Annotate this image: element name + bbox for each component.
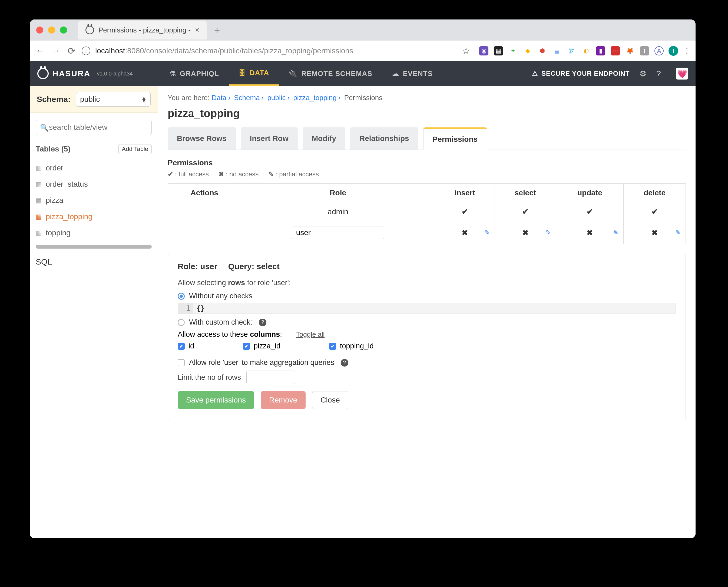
user-update-cell[interactable]: ✖✎: [556, 221, 624, 244]
pencil-icon[interactable]: ✎: [484, 229, 490, 236]
chrome-menu-icon[interactable]: ⋮: [683, 46, 691, 55]
extension-icon[interactable]: 🕊: [567, 46, 576, 55]
save-permissions-button[interactable]: Save permissions: [178, 391, 254, 409]
heart-button[interactable]: 💗: [676, 68, 688, 79]
pencil-icon[interactable]: ✎: [545, 229, 551, 236]
table-tabs: Browse Rows Insert Row Modify Relationsh…: [168, 127, 686, 150]
th-update: update: [556, 184, 624, 202]
help-icon[interactable]: ?: [341, 359, 348, 367]
radio-icon: [178, 293, 185, 300]
extension-icon[interactable]: ▤: [552, 46, 561, 55]
pencil-icon[interactable]: ✎: [613, 229, 618, 236]
pencil-icon[interactable]: ✎: [675, 229, 681, 236]
tab-modify[interactable]: Modify: [302, 127, 345, 149]
th-actions: Actions: [168, 184, 241, 202]
table-label: order_status: [46, 180, 88, 189]
extension-icon[interactable]: ⬢: [538, 46, 547, 55]
user-delete-cell[interactable]: ✖✎: [624, 221, 686, 244]
permission-editor-panel: Role: user Query: select Allow selecting…: [168, 254, 686, 420]
role-input[interactable]: [292, 226, 384, 239]
nav-graphiql[interactable]: ⚗GRAPHIQL: [160, 61, 229, 86]
site-info-icon[interactable]: i: [82, 47, 90, 55]
tab-browse-rows[interactable]: Browse Rows: [168, 127, 236, 149]
table-item-order-status[interactable]: ▦order_status: [36, 176, 152, 192]
toggle-all-link[interactable]: Toggle all: [296, 331, 325, 338]
role-row-user: ✖✎ ✖✎ ✖✎ ✖✎: [168, 221, 686, 244]
role-cell-user: [241, 221, 435, 244]
add-table-button[interactable]: Add Table: [118, 144, 152, 154]
table-item-pizza[interactable]: ▦pizza: [36, 192, 152, 209]
crumb-public[interactable]: public: [267, 94, 286, 102]
minimize-window[interactable]: [48, 26, 55, 33]
extension-icon[interactable]: T: [640, 46, 649, 55]
table-item-topping[interactable]: ▦topping: [36, 225, 152, 241]
tab-relationships[interactable]: Relationships: [350, 127, 418, 149]
checkbox-icon: ✔: [178, 343, 185, 350]
col-check-pizza-id[interactable]: ✔pizza_id: [243, 342, 281, 350]
close-window[interactable]: [36, 26, 43, 33]
tab-insert-row[interactable]: Insert Row: [241, 127, 298, 149]
role-cell-admin: admin: [241, 202, 435, 221]
extension-icon[interactable]: A: [654, 46, 664, 55]
radio-without-checks[interactable]: Without any checks: [178, 292, 676, 300]
user-insert-cell[interactable]: ✖✎: [435, 221, 494, 244]
settings-icon[interactable]: ⚙: [639, 69, 647, 78]
remove-button[interactable]: Remove: [261, 391, 306, 409]
search-input[interactable]: [36, 120, 152, 135]
address-bar[interactable]: localhost:8080/console/data/schema/publi…: [95, 47, 457, 55]
nav-data[interactable]: 🗄DATA: [229, 61, 279, 86]
x-icon: ✖: [522, 229, 528, 237]
flask-icon: ⚗: [170, 70, 176, 78]
select-arrows-icon: ▲▼: [141, 97, 147, 102]
maximize-window[interactable]: [60, 26, 67, 33]
sql-link[interactable]: SQL: [30, 254, 157, 270]
user-select-cell[interactable]: ✖✎: [494, 221, 556, 244]
cloud-icon: ☁: [392, 70, 399, 78]
close-button[interactable]: Close: [312, 391, 348, 409]
extension-icon[interactable]: ◐: [581, 46, 591, 55]
allow-columns-row: Allow access to these columns: Toggle al…: [178, 330, 676, 339]
admin-update-full: ✔: [556, 202, 624, 221]
browser-tab[interactable]: Permissions - pizza_topping - ×: [78, 21, 207, 40]
table-item-pizza-topping[interactable]: ▦pizza_topping: [36, 209, 152, 225]
crumb-schema[interactable]: Schema: [234, 94, 260, 102]
back-button[interactable]: ←: [34, 45, 45, 56]
legend-partial: : partial access: [275, 170, 319, 178]
hasura-logo[interactable]: HASURA v1.0.0-alpha34: [37, 68, 133, 79]
x-icon: ✖: [462, 229, 468, 237]
limit-input[interactable]: [246, 371, 295, 384]
extension-icon[interactable]: ▮: [596, 46, 605, 55]
aggregation-checkbox[interactable]: ✔ Allow role 'user' to make aggregation …: [178, 358, 676, 367]
radio-custom-check[interactable]: With custom check: ?: [178, 318, 676, 327]
table-item-order[interactable]: ▦order: [36, 160, 152, 176]
limit-row: Limit the no of rows: [178, 371, 676, 384]
forward-button[interactable]: →: [50, 45, 61, 56]
help-icon[interactable]: ?: [259, 319, 266, 326]
col-label: id: [189, 342, 194, 350]
profile-avatar[interactable]: T: [669, 46, 678, 56]
crumb-table[interactable]: pizza_topping: [293, 94, 336, 102]
extension-icon[interactable]: 🦊: [625, 46, 634, 55]
extension-icon[interactable]: ▦: [494, 46, 503, 55]
extension-icon[interactable]: ⋯: [611, 46, 620, 55]
secure-endpoint-link[interactable]: ⚠SECURE YOUR ENDPOINT: [532, 70, 630, 77]
new-tab-button[interactable]: +: [214, 24, 220, 36]
extension-icon[interactable]: ◆: [523, 46, 532, 55]
schema-select[interactable]: public ▲▼: [76, 92, 151, 107]
extension-icon[interactable]: ✦: [508, 46, 517, 55]
scrollbar[interactable]: [36, 245, 152, 249]
close-tab-icon[interactable]: ×: [195, 26, 199, 34]
extensions: ◉ ▦ ✦ ◆ ⬢ ▤ 🕊 ◐ ▮ ⋯ 🦊 T A: [479, 46, 664, 55]
nav-events[interactable]: ☁EVENTS: [382, 61, 442, 86]
crumb-data[interactable]: Data: [212, 94, 226, 102]
tab-permissions[interactable]: Permissions: [423, 127, 487, 150]
reload-button[interactable]: ⟳: [66, 45, 77, 56]
bookmark-icon[interactable]: ☆: [462, 46, 470, 56]
extension-icon[interactable]: ◉: [479, 46, 488, 55]
nav-remote-schemas[interactable]: 🔌REMOTE SCHEMAS: [279, 61, 382, 86]
col-check-topping-id[interactable]: ✔topping_id: [329, 342, 374, 350]
col-check-id[interactable]: ✔id: [178, 342, 194, 350]
search-icon: 🔍: [40, 124, 49, 132]
table-icon: ▦: [36, 197, 42, 204]
help-icon[interactable]: ?: [656, 69, 661, 78]
